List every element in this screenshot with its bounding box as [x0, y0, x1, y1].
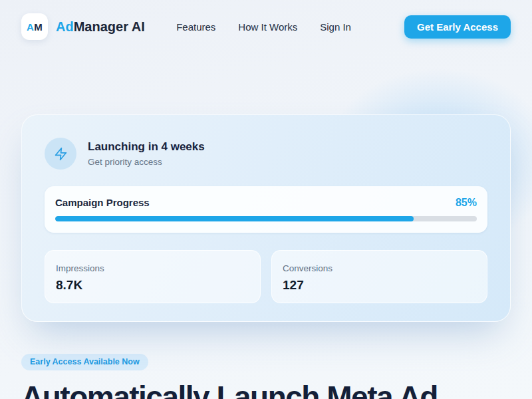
card-title-block: Launching in 4 weeks Get priority access — [88, 140, 205, 167]
stat-card-conversions: Conversions 127 — [271, 250, 487, 303]
header: AM AdManager AI Features How It Works Si… — [0, 0, 532, 40]
brand-name-highlight: Ad — [56, 19, 74, 34]
stat-label: Impressions — [56, 263, 249, 273]
brand-logo[interactable]: AM — [21, 13, 48, 40]
brand-name-rest: Manager AI — [74, 19, 145, 34]
get-early-access-button[interactable]: Get Early Access — [404, 15, 511, 39]
main-nav: Features How It Works Sign In — [176, 21, 351, 33]
nav-link-features[interactable]: Features — [176, 21, 215, 33]
nav-link-sign-in[interactable]: Sign In — [320, 21, 351, 33]
stat-value: 127 — [283, 278, 476, 293]
stat-value: 8.7K — [56, 278, 249, 293]
campaign-progress-panel: Campaign Progress 85% — [45, 186, 487, 233]
logo-letter-a: A — [27, 21, 34, 33]
nav-link-how-it-works[interactable]: How It Works — [238, 21, 297, 33]
icon-circle — [45, 138, 76, 170]
card-title: Launching in 4 weeks — [88, 140, 205, 154]
card-subtitle: Get priority access — [88, 157, 205, 167]
logo-letter-m: M — [34, 21, 43, 33]
brand-name[interactable]: AdManager AI — [56, 19, 145, 35]
stat-label: Conversions — [283, 263, 476, 273]
early-access-badge: Early Access Available Now — [21, 354, 148, 370]
progress-header: Campaign Progress 85% — [55, 197, 477, 209]
progress-track — [55, 216, 477, 221]
hero-dashboard-card: Launching in 4 weeks Get priority access… — [21, 114, 511, 322]
hero-heading: Automatically Launch Meta Ad — [21, 379, 511, 399]
stats-row: Impressions 8.7K Conversions 127 — [45, 250, 487, 303]
progress-label: Campaign Progress — [55, 197, 150, 208]
progress-percent: 85% — [456, 197, 477, 209]
landing-page: AM AdManager AI Features How It Works Si… — [0, 0, 532, 399]
zap-icon — [54, 147, 68, 161]
card-header-row: Launching in 4 weeks Get priority access — [45, 138, 487, 170]
stat-card-impressions: Impressions 8.7K — [45, 250, 261, 303]
progress-fill — [55, 216, 414, 221]
